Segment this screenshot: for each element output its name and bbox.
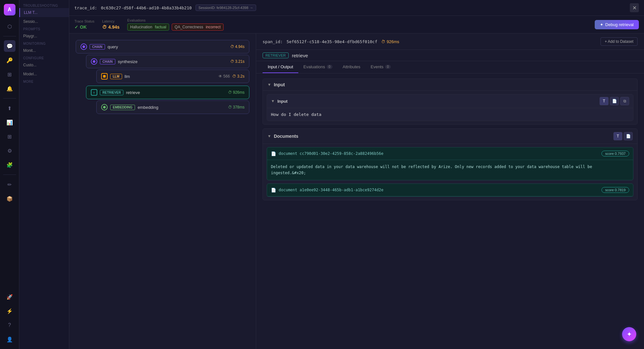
clock-icon-l: ⏱ [232, 74, 236, 79]
detail-panel: span_id: 5ef6512f-c518-4e35-98e4-dfbd65f… [256, 33, 644, 349]
schemas-icon[interactable]: 🔑 [4, 54, 15, 66]
sidebar-item-playgrounds[interactable]: Playgr... [19, 32, 69, 41]
model-icon[interactable]: 📦 [4, 193, 15, 204]
trace-id-value: 0c630c27-d58f-44b6-ad10-4b8a33b4b210 [101, 5, 192, 10]
trace-node-query[interactable]: CHAIN query ⏱ 4.94s [76, 40, 249, 53]
events-tab-badge: 0 [385, 65, 391, 69]
trace-id-prefix: trace_id: [74, 5, 97, 10]
detail-content-area: ▼ Input ▼ Input T 📄 ⧉ [256, 73, 644, 349]
debug-retrieval-button[interactable]: ✦ Debug retrieval [595, 20, 639, 29]
trace-node-embedding[interactable]: EMBEDDING embedding ⏱ 378ms [96, 100, 249, 114]
inner-input-title: Input [277, 99, 288, 104]
user-icon[interactable]: 👤 [4, 334, 15, 345]
llm-node-tokens: 👁 566 [218, 74, 230, 79]
sidebar-item-monitor[interactable]: Monit... [19, 46, 69, 55]
embedding-badge: EMBEDDING [110, 105, 135, 110]
grid-icon[interactable]: ⊞ [4, 69, 15, 80]
query-chain-badge: CHAIN [90, 44, 105, 50]
sidebar-divider-3 [3, 174, 16, 175]
sidebar-item-custom[interactable]: Custo... [19, 61, 69, 70]
query-node-name: query [108, 44, 118, 49]
doc-text-format-button[interactable]: T [613, 132, 622, 140]
documents-chevron-icon[interactable]: ▼ [267, 134, 271, 138]
evaluations-item: Evaluations Hallucination factual QA_Cor… [127, 18, 224, 31]
sidebar-divider-2 [3, 98, 16, 99]
evaluations-tab-badge: 0 [327, 65, 332, 69]
document-card-2: 📄 document a1e0ee92-3448-465b-adb1-a1bce… [267, 184, 633, 197]
troubleshooting-section-label: TROUBLESHOOTING [19, 3, 69, 8]
fab-button[interactable]: ✦ [622, 327, 636, 341]
retrieve-node-icon: ≡ [91, 89, 97, 96]
rocket-icon[interactable]: 🚀 [4, 291, 15, 303]
doc-card-1-header: 📄 document cc790d01-30e2-4259-858c-2a882… [267, 147, 633, 160]
format-buttons: T 📄 ⧉ [600, 97, 629, 105]
retrieve-node-name: retrieve [126, 90, 140, 95]
tab-events[interactable]: Events 0 [365, 61, 396, 73]
dashboard-icon[interactable]: ⊞ [4, 131, 15, 142]
text-format-button[interactable]: T [600, 97, 609, 105]
session-arrow-icon: → [250, 6, 253, 10]
trace-node-retrieve[interactable]: ≡ RETRIEVER retrieve ⏱ 926ms [86, 86, 249, 99]
retriever-badge-row: RETRIEVER retrieve [256, 50, 644, 61]
hallucination-label: Hallucination [130, 25, 152, 29]
status-row: Trace Status ✓ OK Latency ⏱ 4.94s Evalua… [69, 16, 644, 33]
sidebar: A ⬡ 💬 🔑 ⊞ 🔔 ⬆ 📊 ⊞ ⚙ 🧩 ✏ 📦 🚀 ⚡ ? 👤 [0, 0, 19, 349]
header-bar: trace_id: 0c630c27-d58f-44b6-ad10-4b8a33… [69, 0, 644, 16]
lightning-icon[interactable]: ⚡ [4, 305, 15, 317]
inner-input-header: ▼ Input T 📄 ⧉ [267, 94, 633, 108]
puzzle-icon[interactable]: 🧩 [4, 159, 15, 171]
debug-label: Debug retrieval [605, 22, 634, 27]
clock-icon-e: ⏱ [228, 105, 232, 109]
span-header: span_id: 5ef6512f-c518-4e35-98e4-dfbd65f… [256, 33, 644, 50]
tree-level-1: CHAIN query ⏱ 4.94s [76, 40, 249, 53]
clock-icon-span: ⏱ [381, 39, 385, 44]
trace-status-label: Trace Status [74, 19, 94, 23]
copy-button[interactable]: ⧉ [620, 97, 629, 105]
upload-icon[interactable]: ⬆ [4, 102, 15, 114]
tab-attributes[interactable]: Attributes [338, 61, 366, 73]
overview-icon[interactable]: ⬡ [4, 21, 15, 32]
tree-level-3-llm: LLM llm 👁 566 ⏱ 3.2s [96, 70, 249, 83]
app-logo[interactable]: A [4, 4, 15, 15]
tab-evaluations[interactable]: Evaluations 0 [298, 61, 338, 73]
doc-1-id: document cc790d01-30e2-4259-858c-2a88249… [279, 151, 383, 156]
synthesize-chain-badge: CHAIN [100, 59, 115, 64]
doc-raw-format-button[interactable]: 📄 [624, 132, 633, 140]
input-text-content: How do I delete data [267, 108, 633, 121]
synthesize-node-time: ⏱ 3.21s [230, 59, 245, 64]
monitor-icon[interactable]: 📊 [4, 117, 15, 128]
sidebar-item-llm-traces[interactable]: LLM T... [19, 8, 69, 17]
span-id-text: span_id: 5ef6512f-c518-4e35-98e4-dfbd65f… [263, 39, 377, 44]
hallucination-badge: Hallucination factual [127, 24, 169, 31]
correctness-badge: QA_Correctness incorrect [172, 24, 224, 31]
doc-1-score: score 0.7937 [601, 151, 629, 156]
documents-section-header: ▼ Documents T 📄 [263, 129, 637, 144]
pen-icon[interactable]: ✏ [4, 179, 15, 190]
input-section-header: ▼ Input [263, 79, 637, 91]
session-id-badge[interactable]: SessionID: fe984128-25cf-4398 → [196, 5, 256, 11]
bell-icon[interactable]: 🔔 [4, 83, 15, 94]
eye-icon: 👁 [218, 74, 222, 79]
input-chevron-icon[interactable]: ▼ [267, 82, 271, 87]
embedding-node-name: embedding [138, 105, 158, 110]
sessions-icon[interactable]: 💬 [4, 40, 15, 52]
sidebar-item-sessions[interactable]: Sessio... [19, 17, 69, 26]
correctness-label: QA_Correctness [175, 25, 203, 29]
tab-input-output[interactable]: Input / Output [263, 61, 298, 73]
settings-icon[interactable]: ⚙ [4, 145, 15, 156]
trace-node-llm[interactable]: LLM llm 👁 566 ⏱ 3.2s [96, 70, 249, 83]
doc-format-button[interactable]: 📄 [610, 97, 619, 105]
clock-icon: ⏱ [102, 24, 107, 30]
inner-input-chevron[interactable]: ▼ [271, 99, 275, 103]
trace-status-item: Trace Status ✓ OK [74, 19, 94, 30]
llm-node-time: ⏱ 3.2s [232, 74, 245, 79]
close-button[interactable]: ✕ [630, 3, 639, 12]
doc-1-content: Deleted or updated data in your data war… [267, 160, 633, 180]
trace-node-synthesize[interactable]: CHAIN synthesize ⏱ 3.21s [86, 55, 249, 68]
sidebar-divider-1 [3, 36, 16, 36]
add-to-dataset-button[interactable]: + Add to Dataset [601, 37, 638, 46]
help-icon[interactable]: ? [4, 319, 15, 331]
trace-status-value: ✓ OK [74, 24, 94, 30]
sidebar-item-models[interactable]: Model... [19, 70, 69, 79]
detail-tabs-row: Input / Output Evaluations 0 Attributes … [256, 61, 644, 73]
